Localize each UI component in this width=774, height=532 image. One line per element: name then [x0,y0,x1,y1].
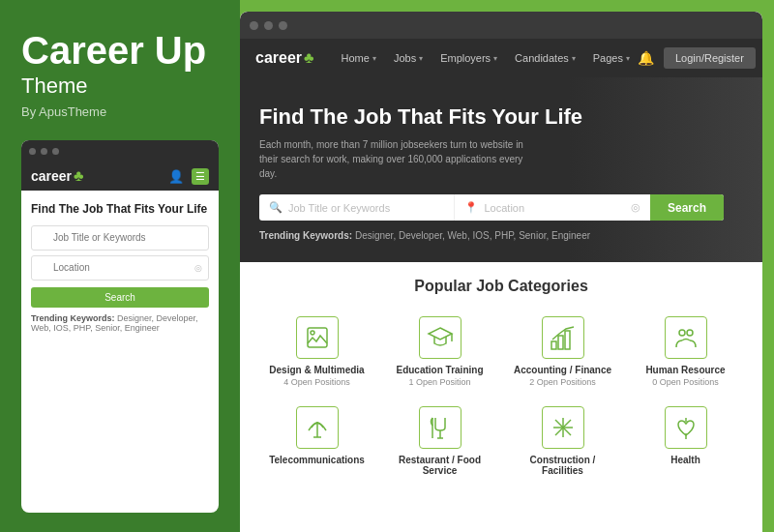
nav-jobs[interactable]: Jobs ▾ [386,39,431,77]
hero-subtitle: Each month, more than 7 million jobseeke… [259,137,530,181]
education-name: Education Training [396,365,483,375]
nav-pages[interactable]: Pages ▾ [585,39,638,77]
health-name: Health [670,455,700,465]
finance-icon [542,316,584,359]
category-health[interactable]: Health [628,399,743,486]
mockup-dot-1 [29,148,36,155]
svg-rect-6 [565,331,570,349]
construction-name: Construction / Facilities [509,455,616,476]
category-finance[interactable]: Accounting / Finance 2 Open Positions [505,309,620,395]
categories-grid-row2: Telecommunications Restaurant / Food Se [259,399,743,486]
categories-title: Popular Job Categories [259,278,743,295]
trending-tag-senior[interactable]: Senior [519,230,546,241]
mockup-trending-label: Trending Keywords: [31,313,115,323]
mockup-dot-2 [41,148,47,155]
trending-tag-designer[interactable]: Designer [355,230,393,241]
brand-title: Career Up [21,29,219,72]
svg-point-1 [311,331,314,335]
hero-search-button[interactable]: Search [650,194,724,221]
site-logo-leaf-icon: ♣ [304,49,314,67]
keyword-search-input[interactable]: 🔍 Job Title or Keywords [259,194,455,221]
mockup-gps-icon: ◎ [194,263,202,273]
education-count: 1 Open Position [408,377,470,387]
menu-icon: ☰ [192,168,209,185]
trending-tag-engineer[interactable]: Engineer [551,230,590,241]
svg-rect-0 [308,328,327,347]
candidates-chevron-icon: ▾ [572,54,576,63]
browser-titlebar [240,12,762,39]
notification-bell-icon[interactable]: 🔔 [638,50,654,66]
svg-rect-5 [558,336,563,349]
mockup-location-input[interactable] [31,255,209,281]
trending-tag-developer[interactable]: Developer [399,230,442,241]
hero-title: Find The Job That Fits Your Life [259,104,743,130]
finance-name: Accounting / Finance [514,365,611,375]
education-icon [419,316,461,359]
category-food[interactable]: Restaurant / Food Service [382,399,497,486]
health-icon [665,406,707,449]
browser-body: career ♣ Home ▾ Jobs ▾ Employers ▾ Candi… [240,39,762,532]
mockup-hero-title: Find The Job That Fits Your Life [31,202,209,218]
categories-grid-row1: Design & Multimedia 4 Open Positions Edu… [259,309,743,395]
mockup-logo-text: career [31,168,72,184]
location-search-input[interactable]: 📍 Location ◎ [455,194,649,221]
mockup-nav: career ♣ 👤 ☰ [21,162,219,191]
mockup-keyword-input[interactable] [31,225,209,251]
category-construction[interactable]: Construction / Facilities [505,399,620,486]
category-design[interactable]: Design & Multimedia 4 Open Positions [259,309,374,395]
construction-icon [542,406,584,449]
site-nav: career ♣ Home ▾ Jobs ▾ Employers ▾ Candi… [240,39,762,77]
hr-name: Human Resource [645,365,725,375]
hero-search-bar: 🔍 Job Title or Keywords 📍 Location ◎ Sea… [259,194,724,221]
browser-dot-1 [250,21,258,30]
login-register-button[interactable]: Login/Register [664,47,756,69]
svg-point-8 [687,330,693,336]
svg-rect-4 [551,341,556,349]
category-telecom[interactable]: Telecommunications [259,399,374,486]
left-panel: Career Up Theme By ApusTheme career ♣ 👤 … [0,0,240,532]
browser-panel: career ♣ Home ▾ Jobs ▾ Employers ▾ Candi… [240,12,762,532]
user-icon: 👤 [168,169,184,184]
telecom-icon [296,406,339,449]
hr-icon [665,316,707,359]
mockup-dot-3 [52,148,59,155]
site-nav-links: Home ▾ Jobs ▾ Employers ▾ Candidates ▾ P… [334,39,638,77]
jobs-chevron-icon: ▾ [419,54,423,63]
home-chevron-icon: ▾ [372,54,376,63]
design-name: Design & Multimedia [269,365,364,375]
nav-home[interactable]: Home ▾ [334,39,384,77]
mockup-search-button[interactable]: Search [31,287,209,308]
finance-count: 2 Open Positions [529,377,596,387]
design-icon [296,316,339,359]
svg-marker-2 [429,328,452,340]
mockup-trending: Trending Keywords: Designer, Developer, … [31,313,209,333]
trending-tag-ios[interactable]: IOS [472,230,489,241]
nav-employers[interactable]: Employers ▾ [432,39,505,77]
hero-section: Find The Job That Fits Your Life Each mo… [240,77,762,262]
category-education[interactable]: Education Training 1 Open Position [382,309,497,395]
mockup-logo: career ♣ [31,167,84,185]
telecom-name: Telecommunications [269,455,365,465]
trending-label: Trending Keywords: [259,230,352,241]
mockup-logo-leaf-icon: ♣ [74,167,84,185]
browser-dot-2 [264,21,273,30]
hero-trending: Trending Keywords: Designer, Developer, … [259,230,743,241]
trending-tag-php[interactable]: PHP [494,230,513,241]
location-pin-icon: 📍 [464,201,478,214]
keyword-search-icon: 🔍 [269,201,283,214]
category-hr[interactable]: Human Resource 0 Open Positions [628,309,743,395]
keyword-placeholder: Job Title or Keywords [288,202,390,214]
mockup-content: Find The Job That Fits Your Life 🔍 📍 ◎ S… [21,191,219,340]
mobile-mockup: career ♣ 👤 ☰ Find The Job That Fits Your… [21,140,219,513]
design-count: 4 Open Positions [283,377,350,387]
brand-subtitle: Theme [21,74,219,99]
site-logo: career ♣ [255,49,314,67]
brand-by: By ApusTheme [21,104,219,119]
nav-candidates[interactable]: Candidates ▾ [507,39,583,77]
mockup-nav-icons: 👤 ☰ [168,168,209,185]
food-icon [419,406,461,449]
trending-tag-web[interactable]: Web [448,230,467,241]
mockup-titlebar [21,140,219,162]
browser-dot-3 [279,21,287,30]
food-name: Restaurant / Food Service [386,455,493,476]
